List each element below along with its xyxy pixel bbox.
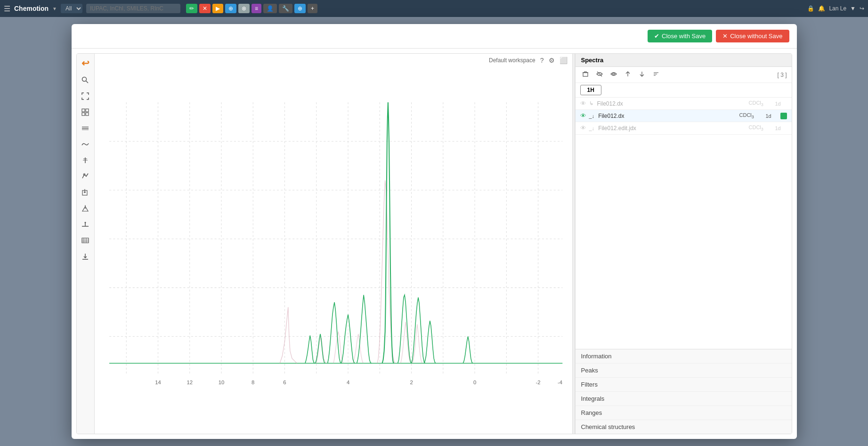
item-dim-3: 1d — [775, 125, 787, 131]
close-with-save-button[interactable]: ✔ Close with Save — [648, 30, 712, 42]
move-up-btn[interactable] — [623, 70, 633, 80]
hide-spectra-btn[interactable] — [594, 70, 605, 80]
scope-dropdown[interactable]: All — [61, 4, 82, 13]
eye-toggle-2[interactable]: 👁 — [580, 112, 586, 119]
user-name: Lan Le — [829, 5, 846, 12]
wave-tool[interactable] — [79, 138, 92, 151]
user-dropdown[interactable]: ▼ — [850, 5, 856, 12]
anchor-tool[interactable] — [79, 218, 92, 231]
baseline-icon — [81, 124, 89, 132]
filters-label: Filters — [581, 381, 598, 388]
svg-line-1 — [86, 81, 89, 83]
spectra-count: [ 3 ] — [777, 72, 787, 78]
modal-body: ↩ — [72, 49, 797, 439]
section-ranges[interactable]: Ranges — [576, 406, 792, 420]
edit-btn[interactable]: ✏ — [186, 4, 197, 13]
settings-btn[interactable]: ⚙ — [549, 57, 555, 64]
action-btn-4[interactable]: ≡ — [251, 4, 261, 13]
delete-btn[interactable]: ✕ — [199, 4, 211, 13]
spectra-item[interactable]: 👁 _↓ File012.edit.jdx CDCl3 1d — [576, 122, 792, 134]
zoom-tool[interactable] — [79, 74, 92, 87]
chart-topbar-area: Default workspace ? ⚙ ⬜ — [489, 57, 568, 64]
action-btn-3[interactable]: ⊗ — [238, 4, 250, 13]
svg-text:0: 0 — [473, 380, 476, 385]
tab-bar: 1H — [576, 83, 792, 98]
sort-btn[interactable] — [651, 70, 661, 80]
section-chemical-structures[interactable]: Chemical structures — [576, 420, 792, 434]
close-without-save-button[interactable]: ✕ Close without Save — [716, 30, 789, 42]
tab-1h[interactable]: 1H — [580, 85, 601, 95]
delete-spectra-btn[interactable] — [580, 70, 591, 80]
svg-text:2: 2 — [410, 380, 413, 385]
action-btn-2[interactable]: ⊕ — [225, 4, 236, 13]
svg-rect-2 — [82, 109, 85, 112]
section-information[interactable]: Information — [576, 349, 792, 363]
eye-toggle-3[interactable]: 👁 — [580, 124, 586, 132]
user-avatar: 🔒 — [807, 5, 814, 12]
logout-icon[interactable]: ↪ — [860, 5, 864, 12]
baseline-tool[interactable] — [79, 122, 92, 135]
layout-icon — [81, 108, 89, 116]
menu-icon[interactable]: ☰ — [4, 4, 10, 13]
spectra-panel-header: Spectra — [576, 54, 792, 67]
item-name-1: File012.dx — [597, 100, 746, 107]
svg-point-18 — [85, 222, 86, 223]
action-btn-7[interactable]: ⊕ — [294, 4, 306, 13]
fullscreen-icon — [81, 92, 89, 100]
action-btn-6[interactable]: 🔧 — [279, 4, 292, 13]
zoom-icon — [81, 76, 89, 84]
svg-rect-55 — [583, 73, 588, 76]
maximize-btn[interactable]: ⬜ — [560, 57, 568, 64]
brand-dropdown-arrow[interactable]: ▼ — [52, 6, 57, 11]
brand-name: Chemotion — [14, 5, 49, 12]
svg-rect-19 — [82, 238, 89, 243]
item-prefix-2: _↓ — [589, 113, 595, 119]
fullscreen-tool[interactable] — [79, 90, 92, 103]
layout-tool[interactable] — [79, 106, 92, 119]
export-tool[interactable] — [79, 186, 92, 199]
bottom-sections: Information Peaks Filters Integrals Rang — [576, 349, 792, 434]
svg-text:8: 8 — [251, 380, 254, 385]
search-input[interactable] — [86, 4, 180, 13]
arrow-up-icon — [625, 71, 631, 77]
import-tool[interactable] — [79, 202, 92, 215]
download-tool[interactable] — [79, 250, 92, 263]
hide-icon — [596, 71, 603, 77]
spectra-item[interactable]: 👁 ↳ File012.dx CDCl3 1d — [576, 98, 792, 110]
item-prefix-3: _↓ — [589, 125, 595, 131]
default-workspace-label: Default workspace — [489, 57, 535, 64]
spectra-modal: ✔ Close with Save ✕ Close without Save ↩ — [72, 24, 797, 439]
action-btn-8[interactable]: + — [308, 4, 317, 13]
svg-rect-4 — [82, 113, 85, 116]
item-name-2: File012.dx — [598, 113, 736, 119]
download-icon — [81, 253, 89, 260]
move-down-btn[interactable] — [637, 70, 647, 80]
svg-text:12: 12 — [187, 380, 193, 385]
table-tool[interactable] — [79, 234, 92, 247]
action-btn-1[interactable]: ▶ — [212, 4, 223, 13]
section-peaks[interactable]: Peaks — [576, 363, 792, 378]
svg-rect-5 — [86, 113, 89, 116]
spectra-item[interactable]: 👁 _↓ File012.dx CDCl3 1d — [576, 110, 792, 122]
item-solvent-1: CDCl3 — [749, 100, 772, 107]
action-btn-5[interactable]: 👤 — [263, 4, 277, 13]
export-icon — [81, 189, 89, 196]
eye-toggle-1[interactable]: 👁 — [580, 100, 586, 107]
help-btn[interactable]: ? — [540, 57, 544, 64]
eye-icon — [610, 71, 617, 77]
svg-rect-3 — [86, 109, 89, 112]
item-color-2 — [780, 113, 787, 119]
svg-point-0 — [82, 77, 87, 82]
svg-point-58 — [613, 73, 615, 75]
spectra-toolbar: [ 3 ] — [576, 67, 792, 83]
show-spectra-btn[interactable] — [608, 70, 619, 80]
anchor-icon — [81, 221, 89, 228]
section-integrals[interactable]: Integrals — [576, 392, 792, 406]
item-solvent-3: CDCl3 — [749, 124, 772, 132]
peak-tool[interactable] — [79, 154, 92, 167]
reference-tool[interactable] — [79, 170, 92, 183]
section-filters[interactable]: Filters — [576, 378, 792, 392]
spectra-list: 👁 ↳ File012.dx CDCl3 1d 👁 _↓ File012.dx … — [576, 98, 792, 349]
chart-area[interactable]: Default workspace ? ⚙ ⬜ — [95, 54, 572, 434]
nmr-spectrum-chart: 14 12 10 8 6 4 2 0 -2 -4 — [95, 54, 572, 434]
